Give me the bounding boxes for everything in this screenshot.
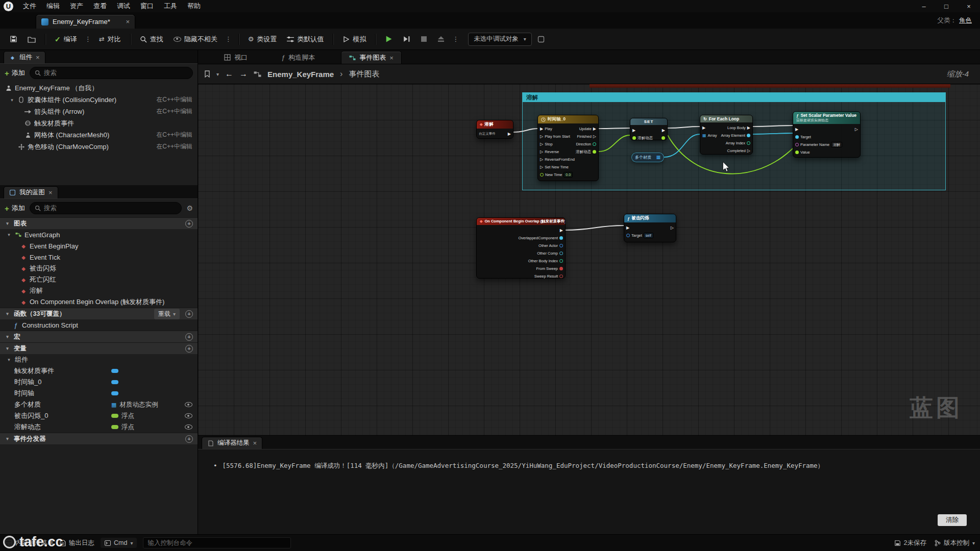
array-out-pin[interactable]: ▦	[656, 155, 660, 160]
play-button[interactable]	[380, 32, 397, 47]
frame-skip-button[interactable]	[398, 32, 415, 47]
node-call-hit-flash[interactable]: ƒ 被击闪烁 ▶ ▷ Target self	[624, 214, 676, 242]
exec-in-pin[interactable]: ▷	[540, 142, 543, 146]
asset-tab-enemy-keyframe[interactable]: Enemy_KeyFrame* ×	[36, 14, 135, 29]
exec-out-pin[interactable]: ▷	[747, 149, 750, 153]
my-blueprint-tab-close-icon[interactable]: ×	[48, 189, 53, 196]
components-tab-close-icon[interactable]: ×	[36, 54, 40, 61]
compiler-tab-close-icon[interactable]: ×	[253, 439, 257, 447]
edit-in-cpp-link[interactable]: 在C++中编辑	[156, 142, 192, 151]
value-in-pin[interactable]	[795, 151, 799, 154]
exec-out-pin[interactable]: ▷	[671, 226, 674, 230]
exec-in-pin[interactable]: ▶	[540, 127, 543, 131]
debug-object-dropdown[interactable]: 未选中调试对象 ▾	[468, 33, 532, 46]
variable-row-timeline-0[interactable]: 时间轴_0	[0, 377, 198, 388]
component-row-trigger-material[interactable]: 触发材质事件	[0, 117, 198, 129]
forward-arrow-button[interactable]: →	[239, 69, 248, 79]
add-blueprint-item-button[interactable]: + 添加	[5, 204, 25, 213]
edit-in-cpp-link[interactable]: 在C++中编辑	[156, 107, 192, 116]
variables-category-components[interactable]: ▾ 组件	[0, 354, 198, 365]
back-arrow-button[interactable]: ←	[225, 69, 233, 79]
exec-out-pin[interactable]: ▷	[855, 128, 858, 132]
add-dispatcher-icon[interactable]: +	[185, 435, 193, 443]
exec-in-pin[interactable]: ▶	[626, 226, 629, 230]
exec-out-pin[interactable]: ▶	[747, 126, 750, 130]
exec-in-pin[interactable]: ▷	[540, 158, 543, 162]
override-dropdown[interactable]: 重载 ▾	[154, 309, 180, 319]
tab-viewport[interactable]: 视口	[216, 51, 255, 64]
body-index-out-pin[interactable]	[559, 259, 563, 263]
event-row-death-flash[interactable]: ◆ 死亡闪红	[0, 274, 198, 285]
node-timeline[interactable]: 时间轴_0 ▶Play ▷Play from Start ▷Stop ▷Reve…	[537, 115, 599, 181]
add-variable-icon[interactable]: +	[185, 345, 193, 353]
class-settings-button[interactable]: ⚙ 类设置	[243, 32, 282, 47]
new-time-value[interactable]: 0.0	[564, 172, 573, 178]
event-graph-canvas[interactable]: 溶解 ◆ 溶解 自定义事件 ▶ 时间轴_0	[198, 84, 980, 435]
cmd-dropdown[interactable]: Cmd ▾	[101, 538, 137, 548]
exec-in-pin[interactable]: ▷	[540, 165, 543, 169]
other-comp-out-pin[interactable]	[559, 252, 563, 255]
menu-view[interactable]: 查看	[88, 0, 112, 12]
stop-button[interactable]	[416, 32, 432, 47]
menu-window[interactable]: 窗口	[135, 0, 159, 12]
element-out-pin[interactable]	[747, 134, 750, 137]
close-window-button[interactable]: ×	[958, 0, 980, 12]
breadcrumb-root[interactable]: Enemy_KeyFrame	[267, 70, 334, 79]
exec-in-pin[interactable]: ▶	[702, 126, 705, 130]
menu-edit[interactable]: 编辑	[41, 0, 65, 12]
clear-button[interactable]: 清除	[938, 514, 967, 526]
component-row-capsule[interactable]: ▾ 胶囊体组件 (CollisionCylinder) 在C++中编辑	[0, 94, 198, 106]
node-set-scalar-parameter-value[interactable]: ƒ Set Scalar Parameter Value 目标是材质实例动态 ▶…	[793, 111, 861, 158]
blueprint-settings-gear-icon[interactable]: ⚙	[186, 204, 193, 212]
node-get-materials-variable[interactable]: 多个材质 ▦	[631, 153, 664, 162]
compile-button[interactable]: ✓ 编译	[50, 32, 82, 47]
float-out-pin[interactable]	[662, 136, 665, 140]
add-function-icon[interactable]: +	[185, 310, 193, 318]
my-blueprint-tab[interactable]: 我的蓝图 ×	[4, 186, 58, 198]
dispatchers-section-header[interactable]: ▾ 事件分发器 +	[0, 433, 198, 444]
enum-out-pin[interactable]	[593, 142, 596, 146]
tab-construction-script[interactable]: ƒ 构造脚本	[274, 51, 323, 64]
eject-button[interactable]	[433, 32, 449, 47]
my-blueprint-search-box[interactable]	[30, 202, 182, 214]
eventgraph-row[interactable]: ▾ EventGraph	[0, 229, 198, 240]
tab-event-graph[interactable]: 事件图表 ×	[341, 51, 402, 64]
name-in-pin[interactable]	[795, 143, 799, 146]
variable-row-trigger-material[interactable]: 触发材质事件	[0, 365, 198, 377]
event-row-hit-flash[interactable]: ◆ 被击闪烁	[0, 263, 198, 274]
functions-section-header[interactable]: ▾ 函数（33可覆盖） 重载 ▾ +	[0, 308, 198, 319]
exec-out-pin[interactable]: ▶	[560, 229, 563, 233]
find-button[interactable]: 查找	[135, 32, 168, 47]
float-in-pin[interactable]	[540, 173, 544, 177]
exec-out-pin[interactable]: ▷	[593, 135, 596, 139]
node-foreach-loop[interactable]: ↻ For Each Loop ▶ ▦Array Loop Body▶ Arra…	[700, 115, 753, 155]
variable-row-timeline[interactable]: 时间轴	[0, 388, 198, 399]
console-command-input[interactable]	[143, 537, 291, 548]
graphs-section-header[interactable]: ▾ 图表 +	[0, 217, 198, 229]
float-in-pin[interactable]	[632, 136, 636, 140]
revision-control-button[interactable]: 版本控制 ▾	[935, 539, 975, 547]
menu-debug[interactable]: 调试	[112, 0, 135, 12]
exec-in-pin[interactable]: ▶	[632, 129, 635, 133]
exec-in-pin[interactable]: ▶	[795, 128, 798, 132]
index-out-pin[interactable]	[747, 141, 750, 145]
component-row-charmove[interactable]: 角色移动 (CharMoveComp) 在C++中编辑	[0, 141, 198, 153]
visibility-eye-icon[interactable]	[185, 424, 192, 430]
variable-row-materials-array[interactable]: 多个材质 ▦ 材质动态实例	[0, 399, 198, 410]
target-in-pin[interactable]	[626, 234, 630, 237]
play-options-icon[interactable]: ⋮	[450, 35, 461, 43]
menu-file[interactable]: 文件	[18, 0, 41, 12]
node-set-dissolve-dynamic[interactable]: SET ▶ ▶ 溶解动态	[630, 118, 668, 140]
exec-out-pin[interactable]: ▶	[593, 127, 596, 131]
node-custom-event-dissolve[interactable]: ◆ 溶解 自定义事件 ▶	[476, 120, 513, 139]
macros-section-header[interactable]: ▾ 宏 +	[0, 331, 198, 342]
components-tab[interactable]: ◆ 组件 ×	[4, 51, 45, 63]
add-graph-icon[interactable]: +	[185, 220, 193, 228]
output-log-button[interactable]: 输出日志	[60, 539, 94, 547]
bookmark-chevron-icon[interactable]: ▾	[216, 71, 219, 77]
compile-message[interactable]: [5576.68]Enemy_KeyFrame 编译成功！[114 毫秒内]（/…	[223, 462, 824, 470]
exec-out-pin[interactable]: ▶	[662, 129, 665, 133]
event-row-begin-overlap[interactable]: ◆ On Component Begin Overlap (触发材质事件)	[0, 296, 198, 308]
variable-row-dissolve-dynamic[interactable]: 溶解动态 浮点	[0, 421, 198, 433]
component-row-self[interactable]: Enemy_KeyFrame （自我）	[0, 82, 198, 94]
